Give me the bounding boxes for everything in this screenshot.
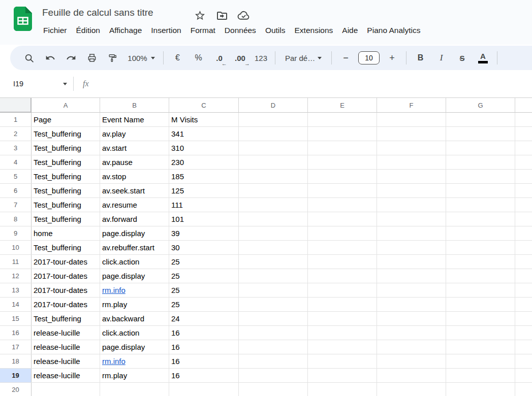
menu-item-aide[interactable]: Aide: [337, 24, 362, 37]
formula-input[interactable]: [96, 70, 532, 97]
print-icon[interactable]: [82, 49, 101, 67]
cell-H16[interactable]: [515, 326, 532, 340]
cell-H18[interactable]: [515, 354, 532, 368]
cell-H10[interactable]: [515, 241, 532, 254]
cell-G19[interactable]: [446, 369, 515, 382]
redo-icon[interactable]: [61, 49, 80, 67]
cell-D14[interactable]: [239, 298, 308, 311]
cell-C4[interactable]: 230: [169, 155, 239, 169]
cell-B9[interactable]: page.display: [100, 226, 169, 240]
cell-E20[interactable]: [308, 383, 377, 396]
cell-F17[interactable]: [377, 340, 446, 354]
cell-E13[interactable]: [308, 283, 377, 297]
cell-A14[interactable]: 2017-tour-dates: [32, 298, 100, 311]
cell-F8[interactable]: [377, 212, 446, 226]
row-header-6[interactable]: 6: [0, 184, 32, 197]
cell-F14[interactable]: [377, 298, 446, 311]
cell-B1[interactable]: Event Name: [100, 113, 169, 126]
cell-D6[interactable]: [239, 184, 308, 197]
cell-B7[interactable]: av.resume: [100, 198, 169, 212]
document-title[interactable]: Feuille de calcul sans titre: [42, 7, 153, 18]
cell-A2[interactable]: Test_buffering: [32, 127, 100, 141]
text-color-button[interactable]: A: [474, 49, 492, 67]
cell-G5[interactable]: [446, 170, 515, 183]
cell-C11[interactable]: 25: [169, 255, 239, 269]
cell-B13[interactable]: rm.info: [100, 283, 169, 297]
menu-item-fichier[interactable]: Fichier: [39, 24, 72, 37]
row-header-12[interactable]: 12: [0, 269, 32, 283]
decrease-font-size-button[interactable]: −: [336, 49, 355, 67]
cell-link[interactable]: rm.info: [102, 357, 126, 366]
cell-A18[interactable]: release-lucille: [32, 354, 100, 368]
cell-G14[interactable]: [446, 298, 515, 311]
cell-D20[interactable]: [239, 383, 308, 396]
cell-D15[interactable]: [239, 312, 308, 325]
cell-C8[interactable]: 101: [169, 212, 239, 226]
cell-G17[interactable]: [446, 340, 515, 354]
cell-H13[interactable]: [515, 283, 532, 297]
row-header-11[interactable]: 11: [0, 255, 32, 269]
cell-H5[interactable]: [515, 170, 532, 183]
cell-E15[interactable]: [308, 312, 377, 325]
cell-B16[interactable]: click.action: [100, 326, 169, 340]
cell-H14[interactable]: [515, 298, 532, 311]
cell-C20[interactable]: [169, 383, 239, 396]
column-header-partial[interactable]: [515, 98, 532, 113]
cloud-check-icon[interactable]: [237, 9, 251, 22]
cell-E14[interactable]: [308, 298, 377, 311]
row-header-17[interactable]: 17: [0, 340, 32, 354]
italic-button[interactable]: I: [432, 49, 451, 67]
cell-F11[interactable]: [377, 255, 446, 269]
menu-item-edition[interactable]: Édition: [72, 24, 105, 37]
cell-B6[interactable]: av.seek.start: [100, 184, 169, 197]
format-currency-button[interactable]: €: [168, 49, 187, 67]
cell-A1[interactable]: Page: [32, 113, 100, 126]
column-header-c[interactable]: C: [169, 98, 239, 113]
cell-E2[interactable]: [308, 127, 377, 141]
row-header-14[interactable]: 14: [0, 298, 32, 311]
cell-A10[interactable]: Test_buffering: [32, 241, 100, 254]
cell-D4[interactable]: [239, 155, 308, 169]
cell-G18[interactable]: [446, 354, 515, 368]
google-sheets-logo[interactable]: [14, 7, 32, 31]
cell-A17[interactable]: release-lucille: [32, 340, 100, 354]
column-header-e[interactable]: E: [308, 98, 377, 113]
cell-A5[interactable]: Test_buffering: [32, 170, 100, 183]
cell-E17[interactable]: [308, 340, 377, 354]
cell-F1[interactable]: [377, 113, 446, 126]
cell-E3[interactable]: [308, 141, 377, 155]
row-header-10[interactable]: 10: [0, 241, 32, 254]
select-all-corner[interactable]: [0, 98, 32, 113]
cell-C9[interactable]: 39: [169, 226, 239, 240]
cell-F12[interactable]: [377, 269, 446, 283]
cell-F20[interactable]: [377, 383, 446, 396]
cell-H17[interactable]: [515, 340, 532, 354]
cell-C3[interactable]: 310: [169, 141, 239, 155]
cell-A3[interactable]: Test_buffering: [32, 141, 100, 155]
cell-C15[interactable]: 24: [169, 312, 239, 325]
cell-H3[interactable]: [515, 141, 532, 155]
cell-G16[interactable]: [446, 326, 515, 340]
cell-F2[interactable]: [377, 127, 446, 141]
increase-font-size-button[interactable]: +: [383, 49, 401, 67]
cell-G12[interactable]: [446, 269, 515, 283]
cell-D9[interactable]: [239, 226, 308, 240]
cell-D18[interactable]: [239, 354, 308, 368]
cell-D8[interactable]: [239, 212, 308, 226]
cell-E5[interactable]: [308, 170, 377, 183]
row-header-9[interactable]: 9: [0, 226, 32, 240]
cell-H1[interactable]: [515, 113, 532, 126]
font-size-input[interactable]: 10: [358, 51, 380, 64]
cell-F3[interactable]: [377, 141, 446, 155]
cell-B20[interactable]: [100, 383, 169, 396]
column-header-f[interactable]: F: [377, 98, 446, 113]
cell-G20[interactable]: [446, 383, 515, 396]
menu-item-piano-analytics[interactable]: Piano Analytics: [362, 24, 425, 37]
cell-H7[interactable]: [515, 198, 532, 212]
cell-H20[interactable]: [515, 383, 532, 396]
cell-A6[interactable]: Test_buffering: [32, 184, 100, 197]
cell-G10[interactable]: [446, 241, 515, 254]
paint-format-icon[interactable]: [103, 49, 122, 67]
cell-C5[interactable]: 185: [169, 170, 239, 183]
cell-G1[interactable]: [446, 113, 515, 126]
